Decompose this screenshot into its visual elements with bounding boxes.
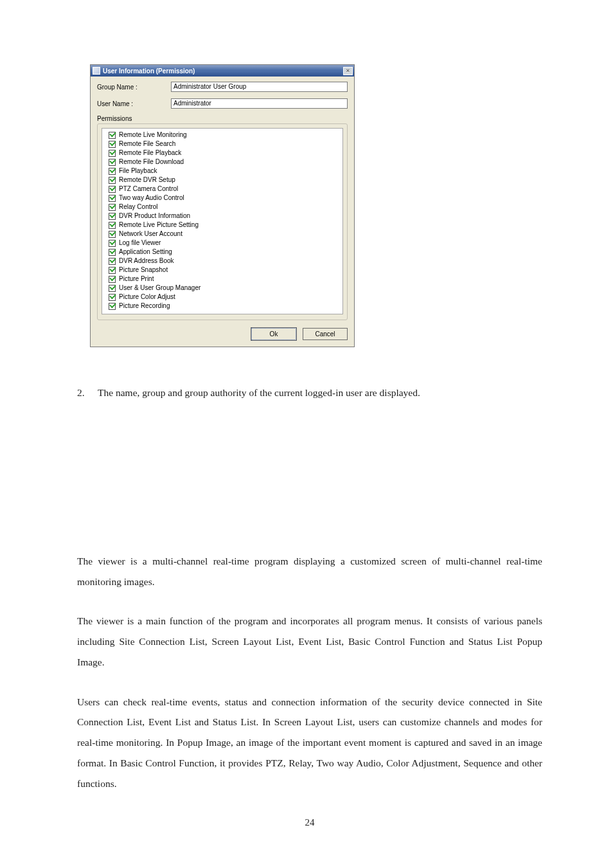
permissions-caption: Permissions bbox=[97, 115, 348, 122]
permission-label: Remote File Download bbox=[119, 158, 184, 167]
permission-label: Remote File Playback bbox=[119, 149, 181, 158]
app-icon bbox=[93, 67, 100, 75]
permissions-frame: Remote Live MonitoringRemote File Search… bbox=[97, 123, 348, 320]
permission-label: Picture Print bbox=[119, 275, 154, 284]
permission-label: Picture Snapshot bbox=[119, 266, 168, 275]
permission-item[interactable]: PTZ Camera Control bbox=[109, 185, 339, 194]
checkbox-checked-icon[interactable] bbox=[109, 150, 116, 157]
dialog-title: User Information (Permission) bbox=[103, 68, 343, 75]
permission-item[interactable]: DVR Product Information bbox=[109, 212, 339, 221]
list-text: The name, group and group authority of t… bbox=[98, 383, 420, 403]
permission-label: Application Setting bbox=[119, 248, 172, 257]
dialog-screenshot: User Information (Permission) × Group Na… bbox=[90, 64, 542, 347]
permission-item[interactable]: Network User Account bbox=[109, 230, 339, 239]
paragraph-1: The viewer is a multi-channel real-time … bbox=[77, 551, 542, 592]
permission-label: Relay Control bbox=[119, 203, 158, 212]
permission-item[interactable]: Picture Print bbox=[109, 275, 339, 284]
list-number: 2. bbox=[77, 383, 89, 403]
ok-button[interactable]: Ok bbox=[251, 328, 296, 340]
checkbox-checked-icon[interactable] bbox=[109, 213, 116, 220]
permission-item[interactable]: Remote File Download bbox=[109, 158, 339, 167]
permission-label: DVR Address Book bbox=[119, 257, 174, 266]
permission-label: Remote DVR Setup bbox=[119, 176, 175, 185]
permissions-list: Remote Live MonitoringRemote File Search… bbox=[102, 128, 343, 314]
checkbox-checked-icon[interactable] bbox=[109, 159, 116, 166]
checkbox-checked-icon[interactable] bbox=[109, 141, 116, 148]
paragraph-2: The viewer is a main function of the pro… bbox=[77, 611, 542, 672]
permission-label: Network User Account bbox=[119, 230, 182, 239]
paragraph-3: Users can check real-time events, status… bbox=[77, 692, 542, 794]
checkbox-checked-icon[interactable] bbox=[109, 240, 116, 247]
checkbox-checked-icon[interactable] bbox=[109, 132, 116, 139]
permission-item[interactable]: Log file Viewer bbox=[109, 239, 339, 248]
permission-label: File Playback bbox=[119, 167, 157, 176]
checkbox-checked-icon[interactable] bbox=[109, 249, 116, 256]
checkbox-checked-icon[interactable] bbox=[109, 222, 116, 229]
permission-item[interactable]: Remote Live Monitoring bbox=[109, 131, 339, 140]
permission-label: Remote File Search bbox=[119, 140, 175, 149]
permission-item[interactable]: Remote Live Picture Setting bbox=[109, 221, 339, 230]
checkbox-checked-icon[interactable] bbox=[109, 177, 116, 184]
checkbox-checked-icon[interactable] bbox=[109, 231, 116, 238]
checkbox-checked-icon[interactable] bbox=[109, 258, 116, 265]
permission-item[interactable]: User & User Group Manager bbox=[109, 284, 339, 293]
checkbox-checked-icon[interactable] bbox=[109, 204, 116, 211]
permission-label: PTZ Camera Control bbox=[119, 185, 178, 194]
permission-item[interactable]: Application Setting bbox=[109, 248, 339, 257]
group-name-field[interactable] bbox=[171, 82, 348, 92]
page-number: 24 bbox=[77, 813, 542, 833]
checkbox-checked-icon[interactable] bbox=[109, 303, 116, 310]
user-name-field[interactable] bbox=[171, 98, 348, 109]
permission-label: User & User Group Manager bbox=[119, 284, 200, 293]
permission-label: Two way Audio Control bbox=[119, 194, 184, 203]
permission-item[interactable]: Remote DVR Setup bbox=[109, 176, 339, 185]
checkbox-checked-icon[interactable] bbox=[109, 195, 116, 202]
checkbox-checked-icon[interactable] bbox=[109, 276, 116, 283]
permission-item[interactable]: Relay Control bbox=[109, 203, 339, 212]
permission-item[interactable]: DVR Address Book bbox=[109, 257, 339, 266]
permission-label: Remote Live Monitoring bbox=[119, 131, 187, 140]
permission-item[interactable]: Remote File Search bbox=[109, 140, 339, 149]
permission-item[interactable]: Picture Color Adjust bbox=[109, 293, 339, 302]
permission-label: Picture Recording bbox=[119, 302, 170, 311]
permission-item[interactable]: Picture Recording bbox=[109, 302, 339, 311]
cancel-button[interactable]: Cancel bbox=[303, 328, 348, 340]
permission-label: Remote Live Picture Setting bbox=[119, 221, 199, 230]
permission-item[interactable]: File Playback bbox=[109, 167, 339, 176]
checkbox-checked-icon[interactable] bbox=[109, 267, 116, 274]
document-body: 2. The name, group and group authority o… bbox=[77, 383, 542, 833]
checkbox-checked-icon[interactable] bbox=[109, 294, 116, 301]
group-name-label: Group Name : bbox=[97, 84, 171, 91]
titlebar: User Information (Permission) × bbox=[91, 65, 354, 77]
permission-item[interactable]: Remote File Playback bbox=[109, 149, 339, 158]
permission-label: Picture Color Adjust bbox=[119, 293, 175, 302]
permission-label: Log file Viewer bbox=[119, 239, 161, 248]
user-name-label: User Name : bbox=[97, 100, 171, 107]
checkbox-checked-icon[interactable] bbox=[109, 168, 116, 175]
checkbox-checked-icon[interactable] bbox=[109, 186, 116, 193]
permission-label: DVR Product Information bbox=[119, 212, 190, 221]
close-icon[interactable]: × bbox=[343, 67, 353, 75]
user-info-dialog: User Information (Permission) × Group Na… bbox=[90, 64, 355, 347]
permission-item[interactable]: Picture Snapshot bbox=[109, 266, 339, 275]
permission-item[interactable]: Two way Audio Control bbox=[109, 194, 339, 203]
checkbox-checked-icon[interactable] bbox=[109, 285, 116, 292]
